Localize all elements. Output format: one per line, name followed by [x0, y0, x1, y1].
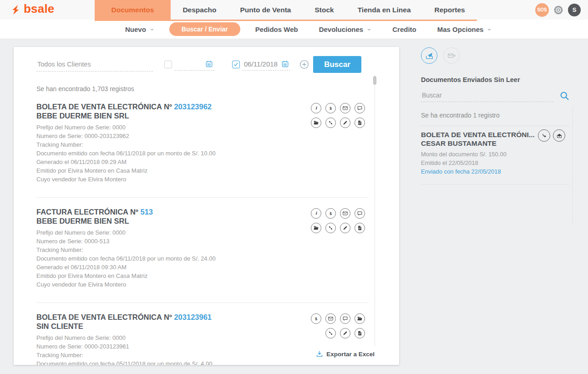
open-action[interactable]	[355, 313, 365, 324]
document-title: FACTURA ELECTRÓNICA Nº 513	[36, 207, 216, 216]
meta-line: Generado el 06/11/2018 09:29 AM	[36, 158, 216, 166]
meta-line: Numero de Serie: 0000-203123961	[36, 342, 212, 351]
pencil-icon	[342, 225, 348, 231]
client-filter-input[interactable]	[36, 58, 153, 72]
forward-mail-tab[interactable]	[443, 47, 460, 64]
logo-text: bsale	[24, 2, 55, 16]
payment-action[interactable]: $	[325, 208, 336, 219]
date-from-field	[175, 58, 214, 71]
nav-stock[interactable]: Stock	[303, 0, 345, 20]
sent-documents-tab[interactable]	[421, 47, 437, 64]
documents-card: Buscar Se han encontrado 1,703 registros…	[14, 47, 399, 365]
document-title: BOLETA DE VENTA ELECTRÓNICA Nº 203123961	[36, 313, 212, 322]
nav-documentos[interactable]: Documentos	[95, 0, 171, 20]
document-row: BOLETA DE VENTA ELECTRÓNICA Nº 203123962…	[36, 92, 369, 198]
document-action[interactable]	[355, 223, 365, 233]
nav-despacho[interactable]: Despacho	[171, 0, 228, 20]
comment-action[interactable]	[355, 208, 365, 219]
document-client: SIN CLIENTE	[36, 322, 212, 331]
subnav-nuevo[interactable]: Nuevo	[115, 26, 165, 33]
comment-action[interactable]	[340, 313, 350, 324]
panel-title: Documentos Enviados Sin Leer	[421, 76, 569, 83]
resend-action[interactable]	[538, 129, 550, 142]
list-scrollbar-thumb[interactable]	[373, 76, 376, 85]
svg-text:$: $	[329, 106, 332, 111]
nav-reportes[interactable]: Reportes	[423, 0, 477, 20]
mail-forward-icon	[447, 51, 456, 60]
document-action[interactable]	[355, 328, 365, 338]
document-info: FACTURA ELECTRÓNICA Nº 513 BEBE DUERME B…	[36, 207, 216, 289]
info-action[interactable]: i	[311, 103, 321, 113]
search-icon[interactable]	[560, 91, 569, 101]
payment-action[interactable]: $	[325, 103, 336, 113]
subnav-credito[interactable]: Credito	[382, 26, 427, 33]
document-meta: Prefijo del Numero de Serie: 0000 Numero…	[36, 331, 212, 365]
user-avatar[interactable]: S	[568, 4, 581, 16]
svg-text:$: $	[315, 317, 317, 321]
sent-date-link[interactable]: Enviado con fecha 22/05/2018	[421, 168, 569, 176]
document-info: BOLETA DE VENTA ELECTRÓNICA Nº 203123961…	[36, 313, 212, 365]
document-action[interactable]	[355, 118, 365, 128]
subnav-mas-opciones[interactable]: Mas Opciones	[427, 26, 502, 33]
meta-line: Tracking Number:	[36, 246, 216, 254]
subnav-buscar-enviar[interactable]: Buscar / Enviar	[169, 22, 240, 36]
date-from-input[interactable]	[176, 60, 203, 68]
open-action[interactable]	[311, 118, 321, 128]
nav-tienda-en-linea[interactable]: Tienda en Linea	[346, 0, 423, 20]
calendar-icon[interactable]	[205, 60, 213, 68]
document-number-link[interactable]: 513	[140, 208, 153, 216]
edit-action[interactable]	[340, 223, 350, 233]
link-action[interactable]	[325, 328, 336, 338]
comment-action[interactable]	[355, 103, 365, 113]
meta-line: Monto del documento S/. 150.00	[421, 150, 569, 159]
email-action[interactable]	[340, 103, 350, 113]
edit-action[interactable]	[340, 328, 350, 338]
link-action[interactable]	[325, 223, 336, 233]
document-number-link[interactable]: 203123961	[174, 313, 212, 321]
check-icon	[233, 61, 239, 67]
nav-punto-de-venta[interactable]: Punto de Venta	[228, 0, 303, 20]
bsale-logo[interactable]: bsale	[0, 0, 55, 20]
file-icon	[357, 225, 363, 231]
pencil-icon	[342, 120, 348, 126]
date-to-input[interactable]	[244, 60, 279, 68]
sent-documents-panel: Documentos Enviados Sin Leer Se ha encon…	[421, 47, 569, 184]
document-actions: i $	[311, 207, 369, 289]
sent-document-row: BOLETA DE VENTA ELECTRÓNI... CESAR BUSTA…	[421, 126, 569, 184]
file-icon	[357, 330, 363, 336]
email-action[interactable]	[340, 208, 350, 219]
folder-icon	[313, 225, 319, 231]
subnav-devoluciones[interactable]: Devoluciones	[309, 26, 382, 33]
edit-action[interactable]	[340, 118, 350, 128]
gear-icon[interactable]	[553, 5, 564, 15]
meta-line: Emitido por Elvira Montero en Casa Matri…	[36, 166, 216, 175]
resend-arrow-icon	[541, 133, 547, 139]
sos-button[interactable]: SOS	[535, 3, 549, 17]
document-title: BOLETA DE VENTA ELECTRÓNICA Nº 203123962	[36, 102, 216, 111]
panel-search-input[interactable]	[421, 89, 553, 102]
calendar-icon[interactable]	[281, 60, 289, 68]
date-to-checkbox[interactable]	[232, 61, 240, 68]
mark-read-action[interactable]	[553, 129, 565, 142]
meta-line: Generado el 06/11/2018 09:30 AM	[36, 263, 216, 272]
link-action[interactable]	[325, 118, 336, 128]
info-action[interactable]: i	[311, 208, 321, 219]
meta-line: Tracking Number:	[36, 140, 216, 149]
envelope-icon	[342, 210, 348, 216]
folder-icon	[313, 120, 319, 126]
buscar-button[interactable]: Buscar	[313, 56, 361, 73]
document-number-link[interactable]: 203123962	[174, 102, 212, 111]
email-action[interactable]	[325, 313, 336, 324]
open-action[interactable]	[311, 223, 321, 233]
date-from-checkbox[interactable]	[164, 61, 172, 68]
list-scrollbar-track[interactable]	[375, 75, 375, 346]
add-filter-icon[interactable]	[299, 60, 309, 69]
chevron-down-icon	[487, 27, 492, 32]
subnav-pedidos-web[interactable]: Pedidos Web	[245, 26, 309, 33]
panel-scrollbar-track[interactable]	[573, 106, 573, 224]
export-excel-button[interactable]: Exportar a Excel	[316, 350, 375, 358]
meta-line: Tracking Number:	[36, 351, 212, 359]
document-meta: Monto del documento S/. 150.00 Emitido e…	[421, 150, 569, 167]
export-label: Exportar a Excel	[326, 351, 375, 358]
payment-action[interactable]: $	[311, 313, 321, 324]
